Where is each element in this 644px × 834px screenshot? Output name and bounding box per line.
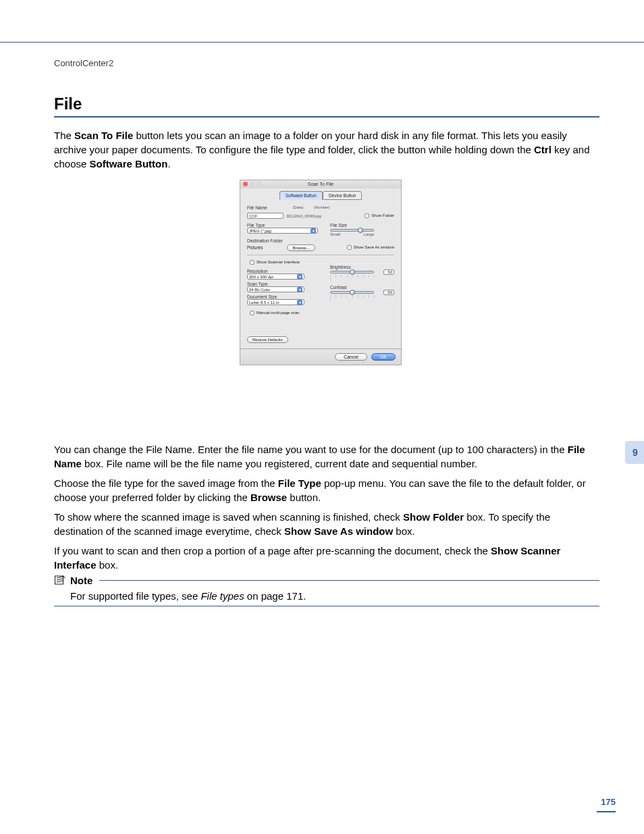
chapter-tab: 9 [625,441,644,464]
intro-paragraph: The Scan To File button lets you scan an… [54,128,599,171]
page-number-rule [597,811,616,812]
destination-label: Destination Folder [247,238,394,243]
note-text: For supported file types, see File types… [70,590,599,602]
scannerinterface-paragraph: If you want to scan and then crop a port… [54,544,599,572]
brightness-slider[interactable] [330,271,374,273]
brightness-value[interactable]: 50 [383,269,394,275]
cancel-button[interactable]: Cancel [335,353,367,361]
page-number: 175 [601,797,616,807]
window-controls[interactable] [243,182,261,186]
scantype-label: Scan Type [247,282,323,286]
dialog-title: Scan To File [308,182,333,186]
filetype-label: File Type [247,223,323,228]
ok-button[interactable]: OK [371,353,396,361]
zoom-icon [257,182,261,186]
filesize-large-label: Large [364,232,374,236]
note-bottom-rule [54,606,599,606]
note-title: Note [70,575,92,586]
filename-paragraph: You can change the File Name. Enter the … [54,442,599,471]
filename-input[interactable]: CCF [247,213,284,219]
chevron-down-icon: ▾ [311,228,316,234]
chevron-down-icon: ▾ [297,274,302,280]
showfolder-paragraph: To show where the scanned image is saved… [54,510,599,538]
filename-date-label: (Date) [293,205,303,210]
scan-to-file-dialog: Scan To File Software ButtonDevice Butto… [240,180,402,365]
filename-suffix: 30112010_00000.jpg [286,214,321,218]
docsize-label: Document Size [247,294,323,299]
show-folder-checkbox[interactable]: Show Folder [362,211,394,220]
section-title: File [54,95,82,113]
chevron-down-icon: ▾ [297,300,302,305]
contrast-slider[interactable] [330,291,374,294]
title-rule [54,116,599,118]
manual-multipage-checkbox[interactable]: Manual multi-page scan [247,309,323,317]
restore-defaults-button[interactable]: Restore Defaults [247,336,288,343]
note-icon [54,574,66,586]
close-icon[interactable] [243,182,248,186]
filename-number-label: (Number) [314,205,329,210]
page-header: ControlCenter2 [54,58,113,68]
browse-button[interactable]: Browse... [287,244,315,251]
show-scanner-checkbox[interactable]: Show Scanner Interface [247,260,300,264]
note-top-rule [99,580,599,581]
tab-software-button[interactable]: Software Button [279,191,323,200]
filesize-slider[interactable] [330,229,374,232]
brightness-label: Brightness [330,265,394,269]
note-block: Note For supported file types, see File … [54,574,599,606]
resolution-select[interactable]: 300 x 300 dpi▾ [247,273,304,280]
dialog-titlebar: Scan To File [240,180,401,188]
filesize-label: File Size [330,223,394,228]
filetype-select[interactable]: JPEG (*.jpg)▾ [247,228,318,234]
minimize-icon [250,182,254,186]
scantype-select[interactable]: 24 Bit Color▾ [247,286,304,292]
chevron-down-icon: ▾ [297,287,302,292]
tab-device-button[interactable]: Device Button [323,191,362,200]
dialog-tabs: Software ButtonDevice Button [240,188,401,201]
contrast-label: Contrast [330,285,394,290]
filename-label: File Name [247,205,286,210]
filesize-small-label: Small [330,232,340,236]
docsize-select[interactable]: Letter 8.5 x 11 in▾ [247,299,304,305]
show-saveas-checkbox[interactable]: Show Save As window [344,243,394,252]
contrast-value[interactable]: 50 [383,290,394,295]
destination-value: Pictures [247,245,263,250]
resolution-label: Resolution [247,269,323,273]
top-rule [0,42,644,43]
filetype-paragraph: Choose the file type for the saved image… [54,476,599,504]
